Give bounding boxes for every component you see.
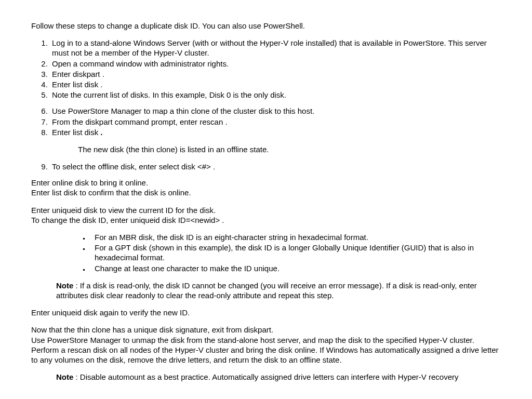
step-1: Log in to a stand-alone Windows Server (… bbox=[50, 38, 501, 58]
bullet-mbr: For an MBR disk, the disk ID is an eight… bbox=[89, 232, 501, 242]
note-readonly-text: : If a disk is read-only, the disk ID ca… bbox=[56, 281, 477, 300]
steps-list: Log in to a stand-alone Windows Server (… bbox=[31, 38, 501, 100]
step-8-text: Enter list disk bbox=[52, 128, 98, 137]
step-8-dot: . bbox=[98, 128, 102, 137]
bullet-list: For an MBR disk, the disk ID is an eight… bbox=[89, 232, 501, 273]
bullet-gpt: For a GPT disk (shown in this example), … bbox=[89, 243, 501, 262]
line-uniqueid-set: To change the disk ID, enter uniqueid di… bbox=[31, 215, 501, 225]
note-automount: Note : Disable automount as a best pract… bbox=[56, 372, 501, 382]
note-label-2: Note bbox=[56, 373, 73, 381]
note-readonly: Note : If a disk is read-only, the disk … bbox=[56, 281, 501, 300]
step-2: Open a command window with administrator… bbox=[50, 59, 501, 69]
step-3: Enter diskpart . bbox=[50, 69, 501, 79]
intro-text: Follow these steps to change a duplicate… bbox=[31, 21, 501, 31]
line-unmap: Use PowerStore Manager to unmap the disk… bbox=[31, 335, 501, 345]
step-9: To select the offline disk, enter select… bbox=[50, 162, 501, 171]
steps-list-cont: Use PowerStore Manager to map a thin clo… bbox=[31, 106, 501, 171]
note-label: Note bbox=[56, 281, 73, 290]
note-automount-text: : Disable automount as a best practice. … bbox=[73, 373, 458, 381]
step-4: Enter list disk . bbox=[50, 79, 501, 89]
line-rescan: Perform a rescan disk on all nodes of th… bbox=[31, 345, 501, 365]
line-exit: Now that the thin clone has a unique dis… bbox=[31, 325, 501, 335]
bullet-change: Change at least one character to make th… bbox=[89, 263, 501, 273]
step-8-sub: The new disk (the thin clone) is listed … bbox=[78, 144, 501, 154]
line-uniqueid-view: Enter uniqueid disk to view the current … bbox=[31, 205, 501, 215]
line-confirm: Enter list disk to confirm that the disk… bbox=[31, 188, 501, 197]
step-8: Enter list disk . The new disk (the thin… bbox=[50, 127, 501, 154]
line-online: Enter online disk to bring it online. bbox=[31, 178, 501, 188]
step-6: Use PowerStore Manager to map a thin clo… bbox=[50, 106, 501, 116]
line-verify: Enter uniqueid disk again to verify the … bbox=[31, 308, 501, 317]
step-7: From the diskpart command prompt, enter … bbox=[50, 117, 501, 127]
step-5: Note the current list of disks. In this … bbox=[50, 90, 501, 100]
